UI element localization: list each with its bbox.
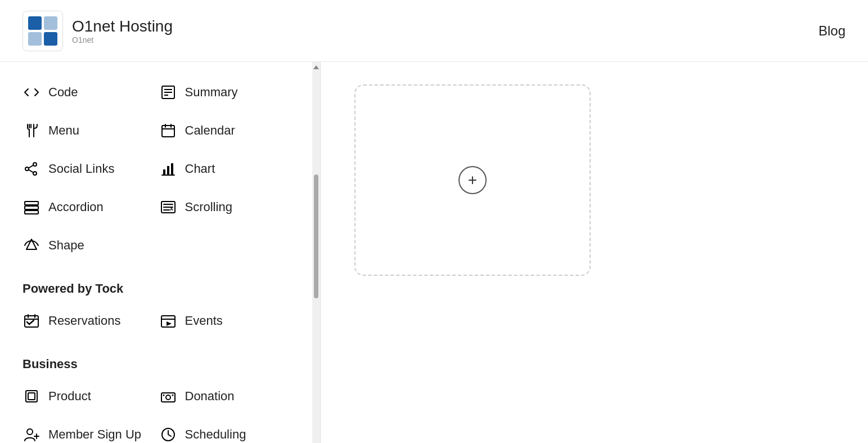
product-label: Product [48,389,91,404]
menu-label: Menu [48,123,79,138]
events-icon [159,312,177,330]
member-sign-up-label: Member Sign Up [48,427,141,442]
social-links-icon [23,160,41,178]
scheduling-label: Scheduling [185,427,246,442]
brand-text: O1net Hosting O1net [72,17,173,44]
blog-link[interactable]: Blog [818,23,845,39]
brand-name: O1net Hosting [72,17,173,35]
sidebar-item-donation[interactable]: Donation [159,377,296,415]
svg-rect-1 [28,32,42,46]
scrollbar[interactable] [312,62,320,443]
sidebar-item-product[interactable]: Product [23,377,159,415]
calendar-icon [159,122,177,140]
logo-box [23,11,63,51]
add-block-button[interactable]: + [458,166,487,194]
sidebar-item-menu[interactable]: Menu [23,111,159,150]
svg-rect-8 [162,126,174,137]
logo-icon [28,16,57,46]
svg-rect-22 [25,206,38,209]
events-label: Events [185,314,223,328]
sidebar-item-summary[interactable]: Summary [159,73,296,111]
code-label: Code [48,85,78,100]
svg-rect-2 [44,16,57,30]
scrolling-label: Scrolling [185,200,232,214]
sidebar-item-events[interactable]: Events [159,302,296,340]
svg-rect-0 [28,16,42,30]
svg-rect-20 [171,163,173,175]
svg-rect-36 [161,393,175,402]
sidebar-item-shape[interactable]: Shape [23,226,159,265]
sidebar-item-scheduling[interactable]: Scheduling [159,415,296,443]
scroll-thumb[interactable] [314,174,318,298]
chart-icon [159,160,177,178]
canvas-drop-zone[interactable]: + [354,84,591,276]
header: O1net Hosting O1net Blog [0,0,868,62]
main-content: Code Summary [0,62,868,443]
scrolling-icon: A [159,198,177,216]
business-section: Business Product [23,346,295,443]
sidebar-item-accordion[interactable]: Accordion [23,188,159,226]
product-icon [23,387,41,405]
tock-section-header: Powered by Tock [23,270,295,302]
chart-label: Chart [185,162,215,176]
canvas-area: + [321,62,868,443]
svg-point-14 [33,172,37,175]
reservations-icon [23,312,41,330]
svg-rect-18 [163,169,165,175]
svg-point-12 [33,163,37,166]
donation-icon [159,387,177,405]
calendar-label: Calendar [185,123,235,138]
summary-label: Summary [185,85,238,100]
svg-marker-33 [167,321,172,326]
brand-subtitle: O1net [72,35,173,44]
header-left: O1net Hosting O1net [23,11,173,51]
scroll-arrow-up[interactable] [313,65,319,69]
member-sign-up-icon [23,426,41,443]
shape-icon [23,236,41,254]
business-section-header: Business [23,346,295,377]
general-section: Code Summary [23,73,295,265]
accordion-label: Accordion [48,200,104,214]
reservations-label: Reservations [48,314,120,328]
svg-rect-19 [167,166,169,175]
svg-rect-3 [44,32,57,46]
svg-rect-21 [25,202,38,205]
summary-icon [159,83,177,101]
svg-point-40 [27,429,33,435]
sidebar-item-scrolling[interactable]: A Scrolling [159,188,296,226]
svg-text:A: A [170,207,173,212]
code-icon [23,83,41,101]
sidebar-item-chart[interactable]: Chart [159,150,296,188]
sidebar: Code Summary [0,62,321,443]
svg-line-15 [29,165,33,168]
sidebar-item-member-sign-up[interactable]: Member Sign Up [23,415,159,443]
donation-label: Donation [185,389,235,404]
sidebar-collapse-button[interactable]: ▶ [320,245,321,261]
accordion-icon [23,198,41,216]
sidebar-item-reservations[interactable]: Reservations [23,302,159,340]
sidebar-item-calendar[interactable]: Calendar [159,111,296,150]
sidebar-item-social-links[interactable]: Social Links [23,150,159,188]
svg-point-37 [166,395,170,400]
social-links-label: Social Links [48,162,114,176]
svg-rect-35 [28,393,35,400]
svg-rect-31 [161,316,175,327]
plus-icon: + [468,171,477,189]
scheduling-icon [159,426,177,443]
svg-rect-23 [25,211,38,214]
tock-section: Powered by Tock Reservations [23,270,295,340]
svg-line-16 [29,170,33,173]
shape-label: Shape [48,238,84,253]
sidebar-scroll-area[interactable]: Code Summary [0,62,312,443]
svg-point-13 [25,167,29,171]
sidebar-item-code[interactable]: Code [23,73,159,111]
menu-fork-icon [23,122,41,140]
